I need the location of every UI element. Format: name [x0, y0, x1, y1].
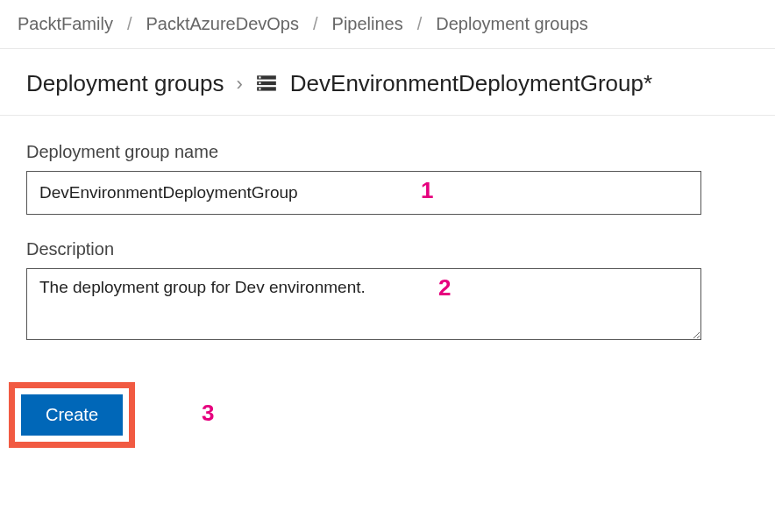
- breadcrumb-item-org[interactable]: PacktFamily: [18, 14, 113, 34]
- svg-rect-5: [259, 88, 260, 89]
- name-input[interactable]: [26, 171, 701, 215]
- description-input[interactable]: [26, 268, 701, 340]
- breadcrumb-separator: /: [417, 14, 423, 34]
- annotation-highlight-box: Create: [9, 382, 135, 448]
- page-title-current: DevEnvironmentDeploymentGroup*: [290, 70, 652, 97]
- field-group-description: Description 2: [26, 239, 749, 344]
- page-title-parent[interactable]: Deployment groups: [26, 70, 224, 97]
- description-label: Description: [26, 239, 749, 259]
- page-title-row: Deployment groups › DevEnvironmentDeploy…: [0, 49, 775, 116]
- breadcrumb: PacktFamily / PacktAzureDevOps / Pipelin…: [0, 0, 775, 49]
- server-group-icon: [255, 73, 278, 96]
- breadcrumb-separator: /: [127, 14, 132, 34]
- breadcrumb-separator: /: [313, 14, 318, 34]
- svg-rect-4: [259, 82, 260, 83]
- create-button-wrap: Create 3: [9, 382, 135, 448]
- field-group-name: Deployment group name 1: [26, 142, 749, 215]
- name-label: Deployment group name: [26, 142, 749, 162]
- breadcrumb-item-deployment-groups[interactable]: Deployment groups: [436, 14, 587, 34]
- breadcrumb-item-pipelines[interactable]: Pipelines: [332, 14, 403, 34]
- breadcrumb-item-project[interactable]: PacktAzureDevOps: [146, 14, 299, 34]
- svg-rect-3: [259, 76, 260, 78]
- form-area: Deployment group name 1 Description 2: [0, 116, 775, 377]
- annotation-three: 3: [202, 400, 214, 427]
- chevron-right-icon: ›: [236, 73, 242, 96]
- create-button[interactable]: Create: [21, 394, 123, 436]
